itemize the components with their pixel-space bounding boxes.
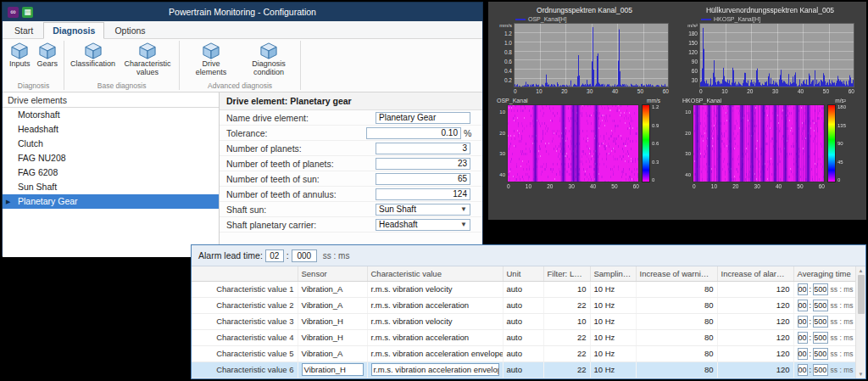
avg-seconds-input[interactable]: 00: [798, 364, 808, 376]
col-header-characteristic[interactable]: Characteristic value: [367, 266, 503, 281]
teeth-of-planets-input[interactable]: 23: [376, 158, 470, 170]
list-item-planetary-gear[interactable]: ▶ Planetary Gear: [3, 194, 219, 209]
table-row[interactable]: Characteristic value 4 Vibration_H r.m.s…: [192, 329, 855, 345]
unit-cell[interactable]: auto: [503, 361, 543, 378]
list-item-clutch[interactable]: Clutch: [3, 137, 219, 151]
sensor-cell[interactable]: Vibration_A: [298, 297, 367, 313]
alarm-cell[interactable]: 120: [717, 361, 793, 378]
list-item-motorshaft[interactable]: Motorshaft: [3, 108, 219, 122]
avg-seconds-input[interactable]: 00: [798, 316, 808, 328]
drive-elements-button[interactable]: Drive elements: [183, 42, 239, 78]
avg-seconds-input[interactable]: 00: [798, 300, 808, 311]
shaft-planetary-carrier-select[interactable]: Headshaft ▼: [376, 219, 470, 231]
sampling-cell[interactable]: 10 Hz: [590, 361, 636, 378]
characteristic-cell[interactable]: r.m.s. vibration velocity: [367, 281, 503, 297]
lead-time-seconds-input[interactable]: 02: [265, 249, 284, 262]
table-row[interactable]: Characteristic value 5 Vibration_A r.m.s…: [192, 345, 855, 361]
col-header-sampling[interactable]: Sampling fre...: [590, 266, 636, 281]
number-of-planets-input[interactable]: 3: [376, 143, 470, 154]
sensor-cell[interactable]: Vibration_H: [298, 313, 367, 329]
unit-cell[interactable]: auto: [503, 313, 543, 329]
col-header-filter[interactable]: Filter: Low-Pa...: [543, 266, 590, 281]
inputs-button[interactable]: Inputs: [7, 42, 33, 70]
col-header-alarm[interactable]: Increase of alarm thresh...: [717, 266, 793, 281]
scrollbar-thumb[interactable]: [858, 275, 865, 314]
sensor-cell[interactable]: Vibration_A: [298, 345, 367, 361]
list-item-fag-nu208[interactable]: FAG NU208: [3, 151, 219, 165]
avg-millis-input[interactable]: 500: [813, 283, 828, 295]
lead-time-millis-input[interactable]: 000: [292, 249, 317, 262]
avg-millis-input[interactable]: 500: [813, 300, 828, 311]
sampling-cell[interactable]: 10 Hz: [590, 345, 636, 361]
scroll-up-icon[interactable]: ▲: [859, 266, 864, 275]
sampling-cell[interactable]: 10 Hz: [590, 281, 636, 297]
alarm-cell[interactable]: 120: [717, 329, 793, 345]
warning-cell[interactable]: 80: [636, 329, 717, 345]
alarm-cell[interactable]: 120: [717, 345, 793, 361]
warning-cell[interactable]: 80: [636, 345, 717, 361]
sampling-cell[interactable]: 10 Hz: [590, 313, 636, 329]
warning-cell[interactable]: 80: [636, 361, 717, 378]
warning-cell[interactable]: 80: [636, 313, 717, 329]
sampling-cell[interactable]: 10 Hz: [590, 297, 636, 313]
tab-options[interactable]: Options: [106, 23, 153, 38]
alarm-cell[interactable]: 120: [717, 313, 793, 329]
avg-seconds-input[interactable]: 00: [798, 332, 808, 344]
avg-millis-input[interactable]: 500: [813, 348, 828, 360]
filter-cell[interactable]: 10: [543, 281, 590, 297]
teeth-of-sun-input[interactable]: 65: [376, 173, 470, 185]
scroll-down-icon[interactable]: ▼: [859, 370, 864, 378]
avg-seconds-input[interactable]: 00: [798, 348, 808, 360]
table-row[interactable]: Characteristic value 3 Vibration_H r.m.s…: [192, 313, 855, 329]
list-item-headshaft[interactable]: Headshaft: [3, 122, 219, 137]
avg-seconds-input[interactable]: 00: [798, 283, 808, 295]
gears-button[interactable]: Gears: [35, 42, 61, 70]
avg-millis-input[interactable]: 500: [813, 332, 828, 344]
teeth-of-annulus-input[interactable]: 124: [376, 188, 470, 200]
col-header-sensor[interactable]: Sensor: [298, 266, 367, 281]
unit-cell[interactable]: auto: [503, 329, 543, 345]
list-item-fag-6208[interactable]: FAG 6208: [3, 165, 219, 180]
list-header[interactable]: Drive elements: [3, 92, 219, 108]
characteristic-cell[interactable]: r.m.s. vibration velocity: [367, 313, 503, 329]
characteristic-cell[interactable]: r.m.s. vibration acceleration: [367, 297, 503, 313]
avg-millis-input[interactable]: 500: [813, 316, 828, 328]
unit-cell[interactable]: auto: [503, 281, 543, 297]
unit-cell[interactable]: auto: [503, 345, 543, 361]
name-drive-element-input[interactable]: Planetary Gear: [376, 112, 470, 124]
unit-cell[interactable]: auto: [503, 297, 543, 313]
vertical-scrollbar[interactable]: ▲ ▼: [855, 266, 865, 378]
filter-cell[interactable]: 10: [543, 313, 590, 329]
table-row-selected[interactable]: Characteristic value 6 Vibration_H r.m.s…: [192, 361, 855, 378]
filter-cell[interactable]: 22: [543, 361, 590, 378]
alarm-cell[interactable]: 120: [717, 297, 793, 313]
sampling-cell[interactable]: 10 Hz: [590, 329, 636, 345]
table-row[interactable]: Characteristic value 2 Vibration_A r.m.s…: [192, 297, 855, 313]
list-item-sun-shaft[interactable]: Sun Shaft: [3, 180, 219, 194]
tab-start[interactable]: Start: [6, 23, 42, 38]
warning-cell[interactable]: 80: [636, 297, 717, 313]
characteristic-values-button[interactable]: Characteristic values: [120, 42, 175, 78]
col-header-unit[interactable]: Unit: [503, 266, 543, 281]
sensor-cell[interactable]: Vibration_A: [298, 281, 367, 297]
avg-millis-input[interactable]: 500: [813, 364, 828, 376]
filter-cell[interactable]: 22: [543, 297, 590, 313]
classification-button[interactable]: Classification: [68, 42, 118, 70]
filter-cell[interactable]: 22: [543, 329, 590, 345]
characteristic-cell[interactable]: r.m.s. vibration acceleration envelope: [367, 345, 503, 361]
tolerance-input[interactable]: 0.10: [366, 127, 461, 139]
col-header-averaging[interactable]: Averaging time: [793, 266, 855, 281]
diagnosis-condition-button[interactable]: Diagnosis condition: [241, 42, 297, 78]
sensor-edit-box[interactable]: Vibration_H: [302, 363, 364, 376]
warning-cell[interactable]: 80: [636, 281, 717, 297]
sensor-cell[interactable]: Vibration_H: [298, 329, 367, 345]
col-header-blank[interactable]: [192, 266, 298, 281]
filter-cell[interactable]: 22: [543, 345, 590, 361]
alarm-cell[interactable]: 120: [717, 281, 793, 297]
characteristic-edit-box[interactable]: r.m.s. vibration acceleration envelope: [371, 363, 499, 376]
col-header-warning[interactable]: Increase of warning thre...: [636, 266, 717, 281]
tab-diagnosis[interactable]: Diagnosis: [43, 22, 104, 39]
table-row[interactable]: Characteristic value 1 Vibration_A r.m.s…: [192, 281, 855, 297]
shaft-sun-select[interactable]: Sun Shaft ▼: [376, 204, 470, 216]
characteristic-cell[interactable]: r.m.s. vibration acceleration: [367, 329, 503, 345]
